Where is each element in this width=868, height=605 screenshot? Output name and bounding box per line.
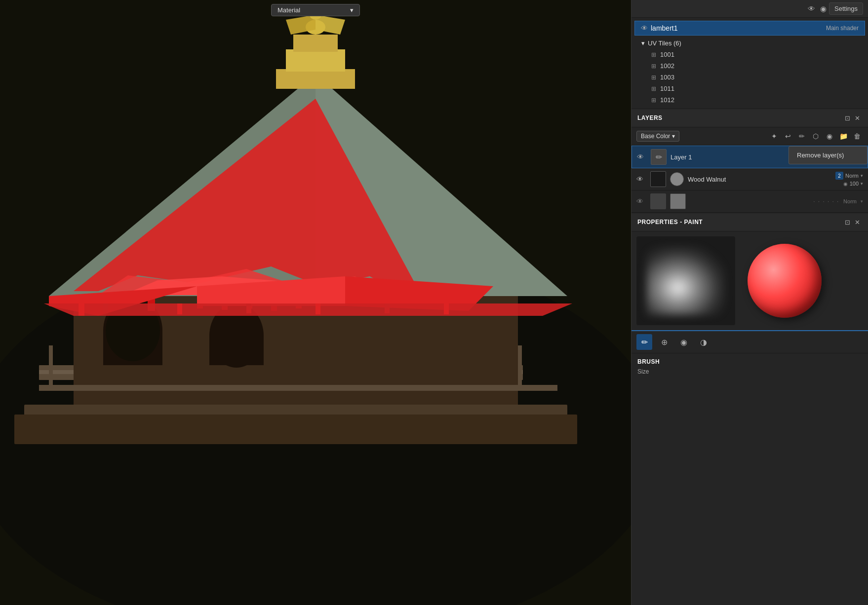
preview-area (631, 231, 868, 330)
wood-walnut-thumb-dark (650, 171, 666, 187)
wood-walnut-name: Wood Walnut (688, 176, 831, 183)
grid-icon: ⊞ (651, 63, 656, 70)
properties-section: PROPERTIES - PAINT ⊡ ✕ ✏ ⊕ ◉ ◑ BRUSH (631, 213, 868, 605)
tile-label: 1003 (660, 74, 674, 81)
svg-rect-52 (39, 385, 557, 391)
svg-rect-39 (103, 303, 108, 313)
brush-preview (636, 236, 735, 325)
layer-3-item[interactable]: 👁 · · · · · · Norm ▾ (631, 190, 868, 213)
layer-3-mode: Norm (843, 198, 857, 204)
base-color-dropdown[interactable]: Base Color ▾ (636, 131, 679, 142)
svg-rect-42 (316, 303, 320, 314)
svg-rect-53 (39, 405, 557, 407)
circle-dot-icon[interactable]: ◉ (824, 130, 835, 142)
layers-toolbar: Base Color ▾ ✦ ↩ ✏ ⬡ ◉ 📁 🗑 (631, 127, 868, 146)
paint-mode-row: ✏ ⊕ ◉ ◑ (631, 330, 868, 353)
delete-icon[interactable]: 🗑 (851, 130, 863, 142)
opacity-icon: ◉ (843, 181, 848, 187)
tile-item-1003[interactable]: ⊞ 1003 (631, 72, 868, 83)
chevron-down-icon: ▾ (861, 181, 863, 186)
svg-marker-37 (44, 303, 572, 316)
base-color-label: Base Color (641, 133, 670, 140)
close-icon[interactable]: ✕ (852, 217, 862, 227)
svg-rect-46 (286, 49, 345, 72)
brush-title: BRUSH (637, 358, 862, 365)
svg-rect-38 (79, 303, 84, 316)
chevron-down-icon: ▾ (672, 133, 675, 140)
layer-3-thumb-light (670, 193, 686, 209)
paint-icon[interactable]: ✏ (796, 130, 808, 142)
toolbar-icons: ✦ ↩ ✏ ⬡ ◉ 📁 🗑 (768, 130, 863, 142)
context-menu: Remove layer(s) (789, 146, 868, 164)
close-icon[interactable]: ✕ (852, 113, 862, 123)
paint-half-mode[interactable]: ◑ (696, 334, 711, 350)
svg-rect-18 (209, 336, 264, 365)
layer-3-blend: · · · · · · (814, 199, 840, 204)
shader-tag: Main shader (826, 25, 859, 32)
svg-rect-44 (444, 303, 449, 314)
tile-label: 1012 (660, 96, 674, 104)
chevron-down-icon: ▾ (861, 199, 863, 204)
layer-1-item[interactable]: 👁 ✏ Layer 1 100 ▾ Remove layer(s) (631, 146, 868, 168)
paint-brush-mode[interactable]: ✏ (636, 334, 652, 350)
uv-tiles-label: UV Tiles (6) (648, 39, 681, 47)
brush-size-row: Size (637, 368, 862, 375)
svg-rect-40 (177, 303, 182, 314)
circle-icon[interactable]: ◉ (817, 3, 829, 15)
tile-label: 1001 (660, 51, 674, 58)
expand-icon[interactable]: ⊡ (842, 113, 852, 123)
svg-rect-47 (293, 35, 338, 52)
chevron-down-icon: ▾ (350, 6, 354, 14)
folder-icon[interactable]: 📁 (837, 130, 849, 142)
svg-rect-12 (518, 345, 522, 385)
expand-icon[interactable]: ⊡ (842, 217, 852, 227)
uv-tiles-section: 👁 lambert1 Main shader ▾ UV Tiles (6) ⊞ … (631, 18, 868, 109)
hex-icon[interactable]: ⬡ (810, 130, 822, 142)
settings-button[interactable]: Settings (829, 2, 863, 15)
eye-icon[interactable]: 👁 (805, 3, 817, 15)
wood-walnut-thumb (670, 172, 684, 186)
svg-rect-3 (14, 415, 577, 444)
tile-item-1001[interactable]: ⊞ 1001 (631, 49, 868, 60)
layer-1-thumb: ✏ (651, 149, 667, 165)
tile-item-1011[interactable]: ⊞ 1011 (631, 83, 868, 94)
svg-rect-43 (385, 303, 390, 313)
shader-name: lambert1 (651, 24, 826, 32)
svg-rect-45 (276, 69, 355, 89)
properties-title: PROPERTIES - PAINT (637, 219, 842, 226)
layer-eye-icon[interactable]: 👁 (636, 175, 643, 183)
shader-eye-icon[interactable]: 👁 (641, 24, 648, 32)
top-bar: 👁 ◉ Settings (631, 0, 868, 18)
layer-eye-icon[interactable]: 👁 (636, 197, 643, 205)
properties-header: PROPERTIES - PAINT ⊡ ✕ (631, 213, 868, 231)
material-dropdown[interactable]: Material ▾ (271, 4, 360, 16)
remove-layer-item[interactable]: Remove layer(s) (789, 149, 867, 162)
svg-rect-41 (246, 303, 251, 313)
brush-blur-shape (646, 246, 725, 315)
svg-rect-6 (49, 345, 53, 385)
layer-blend: Norm (845, 173, 859, 179)
layer-eye-icon[interactable]: 👁 (637, 153, 644, 161)
grid-icon: ⊞ (651, 97, 656, 104)
opacity-val: 100 (850, 181, 859, 187)
viewport: Material ▾ (0, 0, 631, 605)
brush-section: BRUSH Size (631, 353, 868, 382)
tile-label: 1002 (660, 62, 674, 70)
tile-label: 1011 (660, 85, 674, 92)
tile-item-1012[interactable]: ⊞ 1012 (631, 94, 868, 106)
sparkle-icon[interactable]: ✦ (768, 130, 780, 142)
layer-number: 2 (835, 172, 843, 180)
rotate-icon[interactable]: ↩ (782, 130, 794, 142)
tile-item-1002[interactable]: ⊞ 1002 (631, 60, 868, 72)
shader-row: 👁 lambert1 Main shader (634, 21, 865, 36)
color-sphere (748, 244, 822, 318)
wood-walnut-item[interactable]: 👁 Wood Walnut 2 Norm ▾ ◉ 100 ▾ (631, 168, 868, 190)
color-preview[interactable] (740, 236, 829, 325)
wood-walnut-opacity-group: 2 Norm ▾ ◉ 100 ▾ (835, 172, 863, 187)
grid-icon: ⊞ (651, 85, 656, 92)
right-panel: 👁 ◉ Settings 👁 lambert1 Main shader ▾ UV… (631, 0, 868, 605)
layers-header: LAYERS ⊡ ✕ (631, 109, 868, 127)
paint-sphere-mode[interactable]: ⊕ (656, 334, 672, 350)
uv-tiles-header[interactable]: ▾ UV Tiles (6) (631, 38, 868, 49)
paint-circle-mode[interactable]: ◉ (676, 334, 692, 350)
